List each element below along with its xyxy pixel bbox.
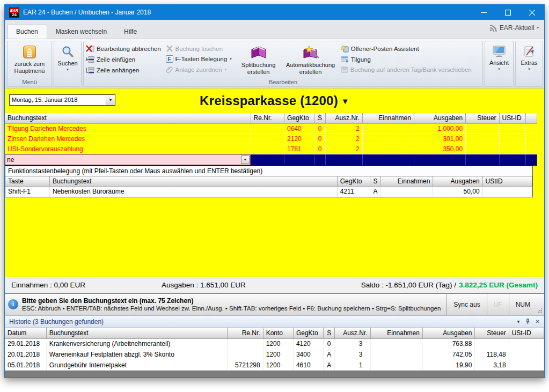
history-row[interactable]: 20.01.2018Wareneinkauf Festplatten abzgl… [5,349,544,360]
chevron-down-icon: ▾ [537,26,539,30]
anlage-zuordnen-button: Anlage zuordnen ▾ [165,65,235,74]
saldo-tag: Saldo : -1.651,00 EUR (Tag) / [361,281,456,289]
group-label-bearbeiten: Bearbeiten [85,78,481,86]
col-buchungstext: Buchungstext [5,113,251,123]
booking-header: Montag, 15. Januar 2018 ▼ Kreissparkasse… [5,88,544,113]
zeile-anhaengen-button[interactable]: Zeile anhängen [85,66,164,75]
maximize-icon [505,10,511,16]
splitbuchung-erstellen-button[interactable]: Splitbuchung erstellen [236,42,282,78]
col-ausgaben: Ausgaben [433,176,482,187]
chevron-down-icon: ▾ [528,67,530,71]
date-dropdown-button[interactable]: ▼ [106,95,115,105]
col-renr: Re.Nr. [251,113,284,123]
search-icon [61,45,75,58]
col-steuer: Steuer [475,328,509,338]
ansicht-button[interactable]: Ansicht ▾ [486,42,512,78]
anlage-zuordnen-label: Anlage zuordnen [175,66,222,73]
minimize-icon [481,10,487,16]
col-renr: Re.Nr. [228,328,263,338]
tilgung-icon [341,56,349,63]
automatikbuchung-erstellen-button[interactable]: Automatikbuchung erstellen [283,42,339,78]
open-items-wizard-icon [341,45,349,53]
ribbon-group-bearbeiten: Bearbeitung abbrechen Zeile einfügen [83,41,483,87]
booking-grid: Buchungstext Re.Nr. GegKto S Ausz.Nr. Ei… [5,113,537,166]
col-s: S [324,328,335,338]
window-title: EAR 24 - Buchen / Umbuchen - Januar 2018 [23,9,472,16]
summary-einnahmen: Einnahmen : 0,00 EUR [11,281,162,289]
history-close-button[interactable]: ✕ [536,319,540,324]
booking-area: Montag, 15. Januar 2018 ▼ Kreissparkasse… [5,88,544,277]
ear24-logo-icon: EAR 24 [9,8,19,18]
minimize-button[interactable] [472,5,496,20]
f-tasten-belegung-button[interactable]: F F-Tasten Belegung ▾ [165,55,235,63]
pin-icon[interactable] [525,319,530,324]
col-extra [526,113,537,123]
title-bar: EAR 24 EAR 24 - Buchen / Umbuchen - Janu… [5,5,544,20]
caret-down-icon: ▼ [341,97,349,106]
col-ustid: USt-ID [509,328,544,338]
active-entry-row[interactable]: ▼ [5,154,537,165]
buchung-verschieben-label: Buchung auf anderen Tag/Bank verschieben [350,66,472,73]
col-ustid: UStID [482,176,532,187]
status-message: Bitte geben Sie den Buchungstext ein (ma… [22,297,441,305]
f-tasten-belegung-label: F-Tasten Belegung [175,56,228,62]
caret-down-icon: ▾ [517,319,520,324]
zeile-anhaengen-label: Zeile anhängen [97,67,139,73]
buchungstext-dropdown-button[interactable]: ▼ [241,156,250,164]
back-to-mainmenu-button[interactable]: zurück zum Hauptmenü [9,42,50,78]
f-key-icon: F [166,55,173,63]
buchungstext-input[interactable] [5,155,240,165]
zeile-einfuegen-button[interactable]: Zeile einfügen [85,55,164,64]
chevron-down-icon: ▾ [498,67,500,71]
col-steuer: Steuer [466,113,499,123]
tab-hilfe[interactable]: Hilfe [115,25,145,39]
tab-buchen[interactable]: Buchen [7,25,47,39]
col-s: S [314,113,326,123]
history-menu-button[interactable]: ▾ [517,319,520,324]
offener-posten-assistent-button[interactable]: Offener-Posten Assistent [340,45,474,53]
suchen-button[interactable]: Suchen ▾ [55,42,80,78]
calendar-move-icon [341,66,348,73]
ear-aktuell-button[interactable]: EAR-Aktuell ▾ [489,24,539,32]
tilgung-button[interactable]: Tilgung [340,55,474,63]
back-to-mainmenu-label: zurück zum Hauptmenü [9,61,50,75]
info-icon: i [8,299,18,309]
col-ausgaben: Ausgaben [422,328,474,338]
function-key-panel-title: Funktionstastenbelegung (mit Pfeil-Taste… [5,166,532,176]
offener-posten-label: Offener-Posten Assistent [351,46,419,52]
booking-row[interactable]: USt-Sondervorauszahlung1781 02 350,00 [5,144,537,154]
col-einnahmen: Einnahmen [362,113,414,123]
fkeys-row[interactable]: Shift-F1Nebenkosten Büroräume4211 A 50,0… [5,187,532,197]
app-window: EAR 24 EAR 24 - Buchen / Umbuchen - Janu… [4,4,545,378]
ribbon-tab-strip: Buchen Masken wechseln Hilfe EAR-Aktuell… [5,20,544,39]
col-einnahmen: Einnahmen [370,328,422,338]
history-row[interactable]: 29.01.2018Krankenversicherung (Arbeitneh… [5,338,544,349]
booking-row[interactable]: Zinsen Darlehen Mercedes2120 02 301,00 [5,134,537,144]
logo-bottom-text: 24 [10,13,19,17]
col-ausznr: Ausz.Nr. [326,113,362,123]
sync-status[interactable]: Sync aus [446,294,486,315]
split-booking-icon [250,45,267,60]
extras-button[interactable]: Extras ▾ [517,42,541,78]
date-combobox[interactable]: Montag, 15. Januar 2018 ▼ [9,94,115,106]
zeile-einfuegen-label: Zeile einfügen [97,56,135,63]
insert-row-icon [86,56,94,63]
status-bar: i Bitte geben Sie den Buchungstext ein (… [5,293,544,315]
date-value: Montag, 15. Januar 2018 [10,95,106,105]
maximize-button[interactable] [496,5,520,20]
close-button[interactable] [520,5,544,20]
bearbeitung-abbrechen-button[interactable]: Bearbeitung abbrechen [85,45,164,53]
resize-grip[interactable] [537,294,544,315]
ribbon-group-menu: zurück zum Hauptmenü Menü [7,41,52,87]
booking-row[interactable]: Tilgung Darlehen Mercedes0640 02 1.000,0… [5,123,537,134]
resize-grip-icon [537,308,543,313]
history-row[interactable]: 05.01.2018Grundgebühr Internetpaket57212… [5,360,544,371]
col-gegkto: GegKto [293,328,323,338]
tab-masken-wechseln[interactable]: Masken wechseln [47,25,115,39]
ribbon-group-ansicht: Ansicht ▾ [485,41,514,87]
col-datum: Datum [5,328,46,338]
summary-saldo: Saldo : -1.651,00 EUR (Tag) /3.822,25 EU… [361,281,538,289]
saldo-gesamt: 3.822,25 EUR (Gesamt) [459,281,538,289]
buchungstext-combobox[interactable]: ▼ [5,154,251,165]
close-icon [529,10,535,16]
